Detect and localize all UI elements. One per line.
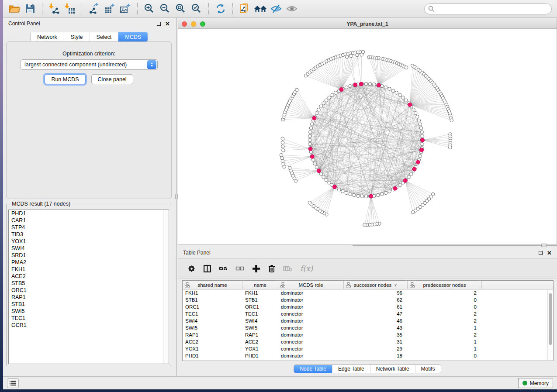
graph-node[interactable] [391,89,395,93]
graph-node[interactable] [364,195,368,198]
network-window-titlebar[interactable]: YPA_prune.txt_1 [178,19,557,29]
graph-node[interactable] [288,166,291,170]
graph-node[interactable] [411,210,415,214]
save-session-icon[interactable] [24,2,37,15]
graph-node[interactable] [416,115,419,119]
graph-node[interactable] [308,138,311,142]
column-header-shared-name[interactable]: shared name [183,281,242,289]
mcds-result-item[interactable]: YOX1 [9,238,169,245]
graph-node[interactable] [280,153,283,157]
column-header-successor-nodes[interactable]: successor nodes∨ [344,281,408,289]
mcds-result-list[interactable]: PHD1CAR1STP4TID3YOX1SWI4SRD1PMA2FKH1ACE2… [8,210,169,364]
mcds-result-item[interactable]: RAP1 [9,294,169,301]
splitter-grip[interactable] [541,244,547,247]
graph-node-mcds[interactable] [353,83,357,87]
graph-node[interactable] [281,145,285,148]
graph-node-mcds[interactable] [421,138,425,142]
mcds-result-item[interactable]: SWI5 [9,308,169,315]
table-row[interactable]: FKH1FKH1dominator962 [183,289,553,296]
graph-node[interactable] [412,108,415,111]
zoom-selected-icon[interactable] [190,2,203,15]
graph-node[interactable] [398,183,402,187]
column-header-name[interactable]: name [242,281,278,289]
tab-network-table[interactable]: Network Table [370,365,415,373]
graph-node[interactable] [295,88,299,92]
tab-motifs[interactable]: Motifs [415,365,441,373]
search-input[interactable] [435,6,548,12]
graph-node[interactable] [356,53,359,57]
open-file-icon[interactable] [8,2,21,15]
graph-node[interactable] [404,99,408,102]
graph-node[interactable] [282,148,285,152]
graph-node[interactable] [417,119,421,122]
graph-node[interactable] [388,87,391,91]
mcds-result-item[interactable]: SWI4 [9,245,169,252]
graph-node[interactable] [384,86,387,89]
graph-node[interactable] [377,193,380,197]
graph-node[interactable] [331,93,334,97]
tab-select[interactable]: Select [90,32,119,41]
graph-node[interactable] [308,142,312,146]
settings-icon[interactable] [187,265,196,273]
table-row[interactable]: PHD1PHD1dominator180 [183,352,553,359]
mcds-result-item[interactable]: CAR1 [9,217,169,224]
close-panel-icon[interactable]: ✕ [165,22,170,26]
show-all-eye-icon[interactable] [285,2,298,15]
graph-node[interactable] [421,142,424,146]
task-history-button[interactable] [7,378,19,388]
graph-node-mcds[interactable] [339,88,343,92]
table-row[interactable]: SWI5SWI5connector431 [183,324,553,331]
mcds-result-item[interactable]: TEC1 [9,315,169,322]
graph-node[interactable] [341,190,345,193]
search-box[interactable] [424,3,552,14]
mcds-result-item[interactable]: TID3 [9,231,169,238]
delete-column-icon[interactable] [268,264,276,273]
mcds-result-item[interactable]: ACE2 [9,273,169,280]
export-network-icon[interactable] [87,2,100,15]
table-row[interactable]: ACE2ACE2connector311 [183,338,553,345]
graph-node[interactable] [368,83,372,86]
export-table-icon[interactable] [103,2,116,15]
add-column-icon[interactable] [252,265,260,273]
mcds-result-item[interactable]: GCR1 [9,322,169,329]
graph-node[interactable] [419,123,422,126]
graph-node[interactable] [349,84,352,88]
select-all-columns-icon[interactable] [219,265,228,272]
graph-node[interactable] [450,119,453,122]
mcds-result-item[interactable]: ORC1 [9,287,169,294]
graph-node-mcds[interactable] [310,155,314,158]
graph-node-mcds[interactable] [312,116,316,120]
graph-node[interactable] [420,131,424,134]
graph-node[interactable] [308,134,312,138]
table-row[interactable]: TEC1TEC1connector472 [183,310,553,317]
graph-node[interactable] [349,54,353,58]
table-scrollbar[interactable] [547,290,553,361]
tab-edge-table[interactable]: Edge Table [332,365,370,373]
graph-node[interactable] [419,155,422,158]
tab-mcds[interactable]: MCDS [118,32,148,41]
column-header-predecessor-nodes[interactable]: predecessor nodes [408,281,482,289]
mcds-result-item[interactable]: PMA2 [9,259,169,266]
graph-node[interactable] [322,175,325,179]
columns-icon[interactable] [203,265,211,273]
tab-node-table[interactable]: Node Table [294,365,332,373]
float-panel-icon[interactable] [157,22,161,26]
graph-node[interactable] [381,193,384,196]
graph-node[interactable] [363,223,367,227]
hide-selected-eye-icon[interactable] [270,2,283,15]
graph-node[interactable] [328,181,331,185]
graph-node[interactable] [345,55,349,58]
graph-node[interactable] [334,91,337,95]
tab-style[interactable]: Style [64,32,90,41]
zoom-out-icon[interactable] [159,2,172,15]
graph-node[interactable] [419,127,423,130]
graph-node-mcds[interactable] [412,167,416,171]
graph-node-mcds[interactable] [308,147,312,151]
graph-node[interactable] [401,96,405,100]
graph-node[interactable] [407,175,411,179]
graph-node[interactable] [373,83,376,86]
import-network-icon[interactable] [48,2,61,15]
memory-button[interactable]: Memory [518,378,553,388]
graph-node[interactable] [345,191,348,195]
close-panel-icon[interactable]: ✕ [547,251,552,255]
